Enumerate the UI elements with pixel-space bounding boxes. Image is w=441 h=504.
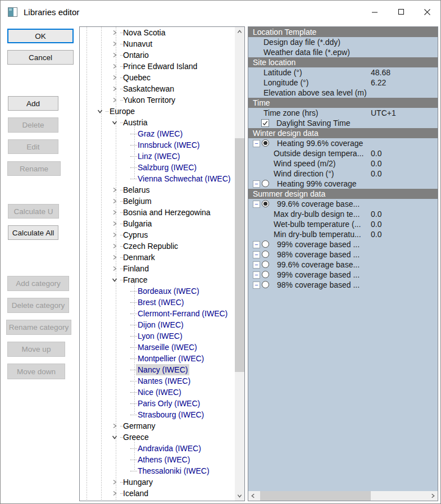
tree-item-label[interactable]: Innsbruck (IWEC) [138, 139, 199, 151]
close-button[interactable] [414, 1, 440, 23]
radio-button[interactable] [262, 240, 269, 248]
tree-item-label[interactable]: Greece [123, 432, 149, 443]
tree-item-label[interactable]: Finland [123, 263, 149, 274]
radio-button-selected[interactable] [262, 200, 269, 207]
property-value[interactable]: 0.0 [371, 148, 381, 158]
tree-item-label[interactable]: Germany [123, 420, 156, 432]
tree-item-label[interactable]: Prince Edward Island [123, 61, 197, 72]
tree-item-label[interactable]: Belgium [123, 196, 152, 207]
minimize-button[interactable] [361, 1, 388, 23]
tree-item-label[interactable]: Bordeaux (IWEC) [138, 285, 199, 297]
tree-item-label[interactable]: Graz (IWEC) [138, 128, 183, 139]
tree-item-label[interactable]: Hungary [123, 476, 153, 488]
tree-item-label[interactable]: Athens (IWEC) [138, 454, 190, 465]
property-value[interactable]: 0.0 [371, 209, 381, 219]
calculate-all-button[interactable]: Calculate All [8, 225, 58, 240]
tree-item-label[interactable]: Linz (IWEC) [138, 151, 180, 162]
collapse-minus-icon[interactable]: − [253, 241, 260, 248]
properties-scrollbar-thumb[interactable] [260, 491, 371, 501]
tree-item-label[interactable]: Saskatchewan [123, 83, 174, 94]
cancel-button[interactable]: Cancel [7, 50, 74, 65]
tree-item-label[interactable]: France [123, 274, 148, 285]
radio-button-selected[interactable] [262, 139, 269, 147]
collapse-minus-icon[interactable]: − [253, 140, 260, 147]
scroll-down-button[interactable] [235, 491, 244, 501]
tree-item-label[interactable]: Thessaloniki (IWEC) [138, 465, 210, 476]
tree-item-label[interactable]: Salzburg (IWEC) [138, 162, 197, 173]
scroll-left-button[interactable] [248, 491, 258, 501]
collapse-minus-icon[interactable]: − [253, 180, 260, 188]
tree-item-label[interactable]: Marseille (IWEC) [138, 342, 197, 353]
properties-scrollbar-track[interactable] [248, 491, 438, 501]
tree-item-label[interactable]: Bosnia and Herzegowina [123, 207, 211, 218]
tree-item-label[interactable]: Dijon (IWEC) [138, 319, 184, 330]
tree-item-label[interactable]: Brest (IWEC) [138, 297, 184, 308]
tree-item-label[interactable]: Strasbourg (IWEC) [138, 409, 204, 420]
radio-button[interactable] [262, 261, 269, 268]
tree-item-label[interactable]: Belarus [123, 184, 149, 196]
chevron-right-icon[interactable] [112, 30, 119, 37]
property-value[interactable]: 0.0 [371, 158, 381, 169]
radio-button[interactable] [262, 180, 269, 187]
chevron-right-icon[interactable] [112, 52, 119, 59]
chevron-down-icon[interactable] [112, 434, 119, 441]
chevron-right-icon[interactable] [112, 97, 119, 104]
chevron-right-icon[interactable] [112, 266, 119, 273]
radio-button[interactable] [262, 251, 269, 258]
chevron-right-icon[interactable] [112, 210, 119, 216]
tree-item-label[interactable]: Vienna Schwechat (IWEC) [138, 173, 230, 184]
property-value[interactable]: 0.0 [371, 219, 381, 229]
tree-item-label[interactable]: Austria [123, 117, 148, 128]
checkbox-checked-icon[interactable] [261, 119, 269, 127]
chevron-right-icon[interactable] [112, 63, 119, 70]
ok-button[interactable]: OK [7, 29, 74, 43]
tree-item-label[interactable]: Andravida (IWEC) [138, 443, 201, 454]
tree-item-label[interactable]: Europe [110, 106, 135, 117]
tree-item-label[interactable]: Nice (IWEC) [138, 387, 181, 398]
tree-item-label[interactable]: Cyprus [123, 229, 148, 240]
tree-item-label[interactable]: Lyon (IWEC) [138, 330, 183, 342]
property-value[interactable]: 0.0 [371, 229, 381, 239]
chevron-right-icon[interactable] [112, 221, 119, 228]
tree-item-label[interactable]: Bulgaria [123, 218, 152, 229]
property-value[interactable]: 48.68 [371, 67, 390, 78]
chevron-right-icon[interactable] [112, 75, 119, 81]
chevron-down-icon[interactable] [97, 108, 104, 115]
collapse-minus-icon[interactable]: − [253, 281, 260, 289]
tree-item-label[interactable]: Czech Republic [123, 240, 178, 252]
chevron-right-icon[interactable] [112, 255, 119, 261]
chevron-right-icon[interactable] [112, 187, 119, 194]
tree-item-label-selected[interactable]: Nancy (IWEC) [136, 364, 189, 375]
scroll-up-button[interactable] [235, 27, 244, 37]
tree-item-label[interactable]: Clermont-Ferrand (IWEC) [138, 308, 228, 319]
tree-item-label[interactable]: Denmark [123, 252, 155, 263]
chevron-right-icon[interactable] [112, 423, 119, 430]
chevron-down-icon[interactable] [112, 120, 119, 126]
scroll-right-button[interactable] [428, 491, 438, 501]
chevron-right-icon[interactable] [112, 232, 119, 239]
tree-item-label[interactable]: Ontario [123, 49, 149, 61]
tree-item-label[interactable]: Paris Orly (IWEC) [138, 398, 200, 409]
tree-scrollbar-thumb[interactable] [235, 138, 244, 372]
add-button[interactable]: Add [8, 96, 58, 111]
chevron-right-icon[interactable] [112, 243, 119, 250]
chevron-right-icon[interactable] [112, 491, 119, 497]
collapse-minus-icon[interactable]: − [253, 261, 260, 269]
collapse-minus-icon[interactable]: − [253, 251, 260, 258]
chevron-right-icon[interactable] [112, 86, 119, 93]
chevron-right-icon[interactable] [112, 198, 119, 205]
tree-item-label[interactable]: Nova Scotia [123, 27, 165, 38]
chevron-down-icon[interactable] [112, 277, 119, 284]
property-value[interactable]: 6.22 [371, 78, 386, 88]
tree-item-label[interactable]: Nantes (IWEC) [138, 375, 190, 387]
property-value[interactable]: UTC+1 [371, 108, 396, 118]
collapse-minus-icon[interactable]: − [253, 271, 260, 279]
tree-item-label[interactable]: Nunavut [123, 38, 152, 49]
tree-item-label[interactable]: Ireland [123, 499, 147, 501]
tree-item-label[interactable]: Iceland [123, 488, 148, 499]
tree-item-label[interactable]: Quebec [123, 72, 151, 83]
chevron-right-icon[interactable] [112, 479, 119, 486]
tree-scrollbar-track[interactable] [235, 27, 244, 501]
radio-button[interactable] [262, 281, 269, 288]
chevron-right-icon[interactable] [112, 41, 119, 48]
